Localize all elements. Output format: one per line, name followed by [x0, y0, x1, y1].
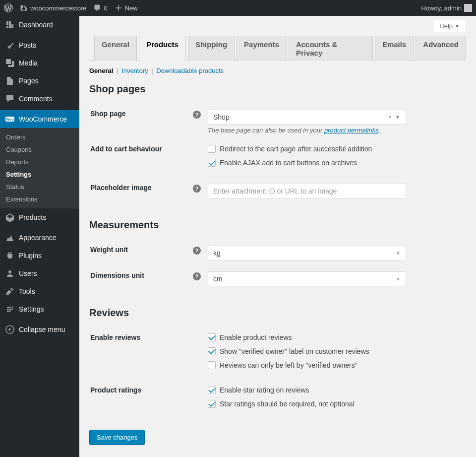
tab-general[interactable]: General: [94, 36, 137, 61]
settings-icon: [5, 304, 15, 314]
howdy-text: Howdy, admin: [421, 4, 462, 12]
placeholder-image-input[interactable]: Enter attachment ID or URL to an image: [208, 184, 406, 198]
placeholder-image-label: Placeholder image: [90, 184, 152, 192]
comments-icon: [5, 94, 15, 104]
shop-page-select[interactable]: Shop ×▼: [208, 110, 406, 125]
new-link[interactable]: New: [115, 4, 138, 12]
products-subnav: General | Inventory | Downloadable produ…: [89, 67, 466, 74]
checkbox[interactable]: [208, 400, 216, 408]
menu-settings[interactable]: Settings: [0, 300, 79, 318]
dashboard-icon: [5, 20, 15, 30]
checkbox[interactable]: [208, 347, 216, 355]
redirect-cart-option[interactable]: Redirect to the cart page after successf…: [208, 145, 465, 153]
menu-collapse[interactable]: Collapse menu: [0, 321, 79, 338]
clear-icon[interactable]: ×: [388, 114, 392, 121]
comments-link[interactable]: 0: [93, 4, 107, 12]
menu-plugins[interactable]: Plugins: [0, 247, 79, 264]
permalinks-link[interactable]: product permalinks: [324, 127, 379, 134]
menu-pages[interactable]: Pages: [0, 72, 79, 90]
submenu-reports[interactable]: Reports: [0, 156, 79, 168]
tab-shipping[interactable]: Shipping: [188, 36, 235, 61]
dimensions-unit-select[interactable]: cm▼: [208, 271, 406, 286]
plugins-icon: [5, 251, 15, 261]
enable-reviews-label: Enable reviews: [90, 333, 140, 341]
help-tab[interactable]: Help▼: [433, 20, 466, 32]
menu-posts[interactable]: Posts: [0, 36, 79, 54]
section-shop-pages: Shop pages: [89, 83, 466, 95]
submenu-coupons[interactable]: Coupons: [0, 143, 79, 156]
content-area: Help▼ General Products Shipping Payments…: [79, 16, 476, 457]
pages-icon: [5, 76, 15, 86]
menu-media[interactable]: Media: [0, 54, 79, 72]
dimensions-unit-label: Dimensions unit: [90, 271, 144, 279]
menu-comments[interactable]: Comments: [0, 90, 79, 108]
submenu-settings[interactable]: Settings: [0, 168, 79, 181]
chevron-down-icon: ▼: [396, 276, 401, 282]
verified-owner-label-option[interactable]: Show "verified owner" label on customer …: [208, 347, 465, 355]
shop-page-label: Shop page: [90, 110, 126, 118]
menu-users[interactable]: Users: [0, 264, 79, 282]
svg-point-4: [7, 311, 9, 312]
collapse-icon: [5, 325, 15, 334]
help-icon[interactable]: ?: [193, 111, 201, 119]
woocommerce-submenu: Orders Coupons Reports Settings Status E…: [0, 128, 79, 208]
weight-unit-select[interactable]: kg▼: [208, 246, 406, 261]
admin-bar: woocommercestore 0 New Howdy, admin: [0, 0, 476, 16]
chevron-down-icon[interactable]: ▼: [395, 114, 401, 121]
section-reviews: Reviews: [89, 307, 466, 319]
checkbox[interactable]: [208, 361, 216, 369]
tab-products[interactable]: Products: [139, 36, 186, 61]
menu-dashboard[interactable]: Dashboard: [0, 16, 79, 34]
help-icon[interactable]: ?: [193, 185, 201, 193]
checkbox[interactable]: [208, 386, 216, 394]
tab-advanced[interactable]: Advanced: [416, 36, 466, 61]
site-link[interactable]: woocommercestore: [20, 4, 86, 12]
shop-page-description: The base page can also be used in your p…: [208, 127, 465, 134]
help-icon[interactable]: ?: [193, 272, 201, 280]
site-name: woocommercestore: [30, 4, 86, 12]
pin-icon: [5, 40, 15, 50]
subnav-downloadable[interactable]: Downloadable products: [156, 67, 224, 74]
admin-sidebar: Dashboard Posts Media Pages Comments Woo…: [0, 16, 79, 457]
checkbox-redirect[interactable]: [208, 145, 216, 153]
appearance-icon: [5, 233, 15, 243]
ajax-cart-option[interactable]: Enable AJAX add to cart buttons on archi…: [208, 159, 465, 167]
menu-products[interactable]: Products: [0, 208, 79, 226]
woocommerce-icon: Woo: [5, 114, 15, 124]
users-icon: [5, 268, 15, 278]
tab-accounts[interactable]: Accounts & Privacy: [289, 36, 373, 61]
submenu-status[interactable]: Status: [0, 181, 79, 193]
weight-unit-label: Weight unit: [90, 246, 128, 254]
svg-point-3: [12, 307, 13, 308]
tab-emails[interactable]: Emails: [375, 36, 414, 61]
add-to-cart-label: Add to cart behaviour: [90, 145, 162, 153]
tools-icon: [5, 286, 15, 296]
tab-payments[interactable]: Payments: [237, 36, 287, 61]
svg-text:Woo: Woo: [6, 118, 13, 121]
submenu-orders[interactable]: Orders: [0, 131, 79, 143]
products-icon: [5, 212, 15, 222]
submenu-extensions[interactable]: Extensions: [0, 193, 79, 205]
product-ratings-label: Product ratings: [90, 386, 141, 394]
avatar-icon: [464, 4, 472, 12]
checkbox-ajax[interactable]: [208, 159, 216, 167]
checkbox[interactable]: [208, 333, 216, 341]
chevron-down-icon: ▼: [396, 251, 401, 256]
wp-logo-icon[interactable]: [4, 3, 13, 12]
settings-tabs: General Products Shipping Payments Accou…: [89, 36, 466, 61]
menu-woocommerce[interactable]: WooWooCommerce: [0, 110, 79, 128]
enable-product-reviews-option[interactable]: Enable product reviews: [208, 333, 465, 341]
subnav-inventory[interactable]: Inventory: [121, 67, 148, 74]
save-changes-button[interactable]: Save changes: [89, 430, 145, 445]
verified-only-option[interactable]: Reviews can only be left by "verified ow…: [208, 361, 465, 369]
new-label: New: [125, 4, 138, 12]
comments-count: 0: [104, 4, 107, 12]
subnav-general[interactable]: General: [89, 67, 113, 74]
howdy-link[interactable]: Howdy, admin: [421, 4, 472, 12]
star-rating-option[interactable]: Enable star rating on reviews: [208, 386, 465, 394]
menu-tools[interactable]: Tools: [0, 282, 79, 300]
help-icon[interactable]: ?: [193, 247, 201, 255]
star-required-option[interactable]: Star ratings should be required, not opt…: [208, 400, 465, 408]
svg-point-2: [8, 270, 11, 273]
menu-appearance[interactable]: Appearance: [0, 229, 79, 247]
